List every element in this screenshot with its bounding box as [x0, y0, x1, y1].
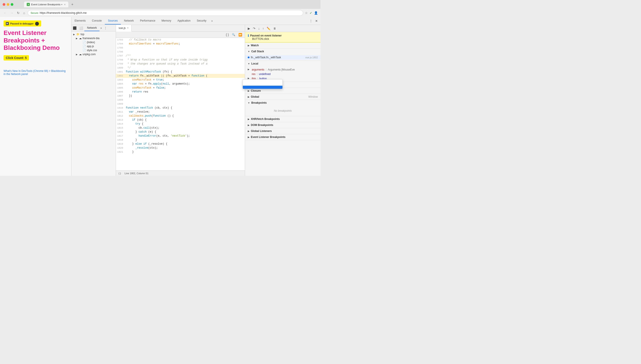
section-global-label: Global — [251, 95, 259, 98]
cursor-position: Line 1802, Column 51 — [124, 172, 148, 175]
tree-item-stylecss[interactable]: ▶ 📄 style.css — [72, 48, 116, 52]
code-tab-close-button[interactable]: ✕ — [127, 27, 129, 29]
code-line: 1797 /** — [116, 54, 245, 58]
new-tab-button[interactable]: + — [70, 2, 74, 7]
tabs-overflow-button[interactable]: » — [210, 18, 214, 24]
code-line: 1815 cb.call(ctx); — [116, 126, 245, 130]
secure-badge: Secure — [30, 12, 38, 14]
tree-item-unpkg[interactable]: ▶ ☁ unpkg.com — [72, 52, 116, 56]
code-line: 1819 } else if (_resolve) { — [116, 142, 245, 146]
file-tree-tab-more[interactable]: » — [100, 25, 103, 31]
tab-close-button[interactable]: ✕ — [64, 3, 66, 6]
code-line: 1814 try { — [116, 122, 245, 126]
step-over-button[interactable]: ↷ — [252, 26, 256, 31]
page-link[interactable]: What's New In DevTools (Chrome 66) > Bla… — [4, 70, 68, 76]
section-watch-header[interactable]: ▶ Watch — [245, 42, 320, 48]
minimize-button[interactable] — [7, 3, 9, 6]
bookmark-icon[interactable]: ☆ — [305, 11, 308, 15]
code-tabs: vue.js ✕ — [116, 25, 245, 32]
step-into-button[interactable]: ↓ — [257, 26, 261, 31]
code-line-highlighted: 1802 return fn._withTask || (fn._withTas… — [116, 74, 245, 78]
section-global-listeners-label: Global Listeners — [251, 130, 272, 132]
tree-item-index[interactable]: ▶ 📄 (index) — [72, 40, 116, 44]
code-tab-vuejs[interactable]: vue.js ✕ — [116, 25, 132, 32]
back-button[interactable]: ← — [3, 11, 8, 15]
maximize-button[interactable] — [11, 3, 13, 6]
address-bar[interactable]: Secure https://framework-blackboxing.gli… — [28, 10, 303, 16]
chevron-right-icon: ▶ — [248, 130, 250, 132]
resume-icon[interactable]: ▶ — [6, 22, 9, 25]
devtools-settings-icon[interactable]: ⋮ — [308, 18, 314, 24]
devtools-panel: Elements Console Sources Network Perform… — [71, 17, 320, 176]
resume-button[interactable]: ▶ — [247, 26, 251, 31]
close-button[interactable] — [3, 3, 5, 6]
context-menu-copy-stack-trace[interactable] — [245, 82, 282, 86]
paused-title-text: Paused on event listener — [250, 34, 282, 37]
tree-item-top[interactable]: ▶ 📁 top — [72, 32, 116, 36]
forward-button[interactable]: → — [9, 11, 14, 15]
back-panel-icon[interactable]: ⬛ — [72, 25, 78, 31]
refresh-button[interactable]: ↻ — [16, 11, 20, 15]
section-call-stack-header[interactable]: ▼ Call Stack — [245, 48, 320, 54]
code-line: 1810 function nextTick (cb, ctx) { — [116, 106, 245, 110]
section-call-stack: ▼ Call Stack fn._withTask.fn._withTask v… — [245, 48, 320, 61]
tab-performance[interactable]: Performance — [137, 17, 158, 24]
folder-icon: 📁 — [76, 33, 80, 36]
tree-item-label: style.css — [87, 49, 114, 52]
tab-memory[interactable]: Memory — [158, 17, 174, 24]
search-code-button[interactable]: 🔍 — [231, 33, 236, 37]
file-tree-menu-button[interactable]: ⋮ — [103, 26, 108, 30]
tab-console[interactable]: Console — [89, 17, 105, 24]
code-line: 1807 }) — [116, 94, 245, 98]
code-line: 1800 */ — [116, 66, 245, 70]
context-menu-blackbox-script[interactable] — [245, 86, 282, 89]
call-stack-item[interactable]: fn._withTask.fn._withTask vue.js:1802 — [245, 55, 320, 60]
code-line: 1796 — [116, 50, 245, 54]
chevron-right-icon: ▶ — [248, 90, 250, 92]
pretty-print-footer-icon[interactable]: { } — [119, 172, 121, 175]
code-line: 1813 if (cb) { — [116, 118, 245, 122]
step-out-button[interactable]: ↑ — [262, 26, 265, 31]
tab-sources[interactable]: Sources — [105, 17, 121, 24]
file-tree-panel: ⬛ ⬜ Network » ⋮ ▶ 📁 top — [72, 25, 116, 176]
thread-icon: ⏩ — [238, 32, 243, 37]
section-dom-breakpoints-header[interactable]: ▶ DOM Breakpoints — [245, 122, 320, 128]
section-event-listener-breakpoints-label: Event Listener Breakpoints — [251, 136, 285, 138]
deactivate-breakpoints-button[interactable]: ✏️ — [266, 26, 271, 31]
code-tab-label: vue.js — [119, 26, 126, 30]
tree-item-appjs[interactable]: ▶ 📄 app.js — [72, 44, 116, 48]
context-menu-restart-frame[interactable] — [245, 80, 282, 82]
section-local-header[interactable]: ▼ Local — [245, 61, 320, 66]
tree-item-label: (index) — [87, 41, 114, 44]
click-count-badge[interactable]: Click Count: 5 — [4, 55, 29, 60]
tree-item-framework[interactable]: ▶ ☁ framework-bla — [72, 36, 116, 40]
section-event-listener-breakpoints: ▶ Event Listener Breakpoints — [245, 134, 320, 140]
section-global-listeners-header[interactable]: ▶ Global Listeners — [245, 128, 320, 134]
code-panel: vue.js ✕ { } 🔍 ⏩ 1793 // fallback to — [116, 25, 245, 176]
tab-elements[interactable]: Elements — [72, 17, 89, 24]
section-global-header[interactable]: ▶ Global Window — [245, 94, 320, 100]
code-line: 1799 * the changes are queued using a Ta… — [116, 62, 245, 66]
devtools-close-button[interactable]: ✕ — [314, 18, 319, 24]
tab-security[interactable]: Security — [194, 17, 210, 24]
section-breakpoints-header[interactable]: ▼ Breakpoints — [245, 100, 320, 106]
tab-application[interactable]: Application — [174, 17, 194, 24]
code-footer: { } Line 1802, Column 51 — [116, 170, 245, 176]
pretty-print-button[interactable]: { } — [225, 32, 230, 37]
code-line: 1818 } — [116, 138, 245, 142]
home-button[interactable]: ⌂ — [22, 11, 26, 15]
section-xhr-breakpoints-header[interactable]: ▶ XHR/fetch Breakpoints — [245, 116, 320, 122]
section-event-listener-breakpoints-header[interactable]: ▶ Event Listener Breakpoints — [245, 134, 320, 140]
pause-on-exception-button[interactable]: ⏸ — [272, 26, 277, 31]
section-closure-label: Closure — [251, 89, 261, 92]
file-tree-tab-network[interactable]: Network — [84, 25, 100, 31]
expand-icon[interactable]: ▶ — [248, 68, 250, 70]
extensions-icon[interactable]: 👤 — [314, 11, 318, 15]
tab-network[interactable]: Network — [121, 17, 137, 24]
browser-tab[interactable]: ★ Event Listener Breakpoints + ✕ — [24, 2, 68, 7]
forward-panel-icon[interactable]: ⬜ — [78, 25, 84, 31]
page-title: Event Listener Breakpoints + Blackboxing… — [4, 29, 68, 52]
page-content: ▶ Paused in debugger ⬤ Event Listener Br… — [0, 17, 71, 176]
no-breakpoints-text: No breakpoints — [245, 106, 320, 115]
code-line: 1805 useMacroTask = false; — [116, 86, 245, 90]
